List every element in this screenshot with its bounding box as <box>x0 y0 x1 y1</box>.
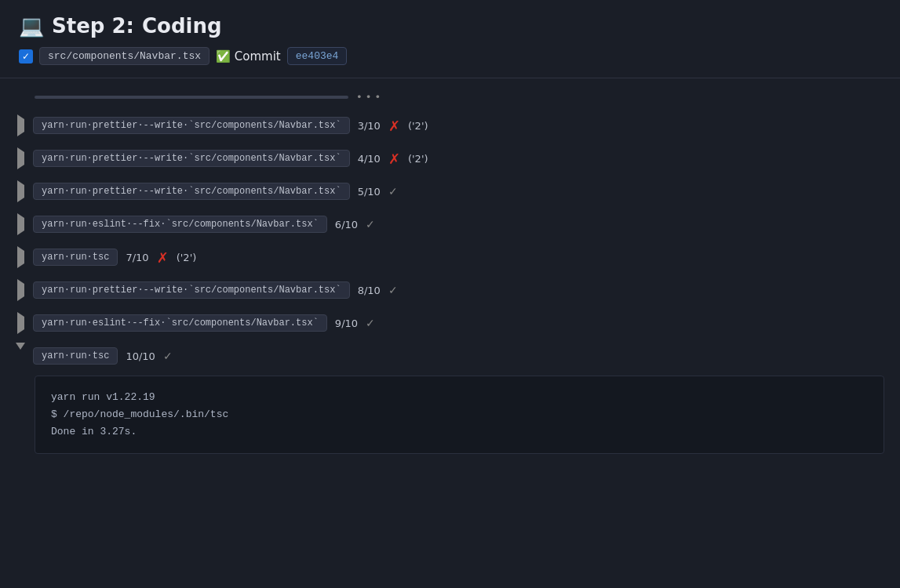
output-text: yarn run v1.22.19 $ /repo/node_modules/.… <box>51 389 868 441</box>
check-icon: ✓ <box>388 284 398 296</box>
command-badge: yarn·run·prettier·--write·`src/component… <box>33 150 350 167</box>
check-icon: ✓ <box>163 350 173 362</box>
overflow-row: • • • <box>0 85 900 109</box>
triangle-right-icon <box>17 317 24 329</box>
error-code: ('2') <box>177 252 197 263</box>
step-count: 7/10 <box>126 252 148 263</box>
title-icon: 💻 <box>19 14 44 38</box>
command-badge: yarn·run·eslint·--fix·`src/components/Na… <box>33 314 327 332</box>
commit-label: ✅ Commit <box>216 49 281 64</box>
table-row[interactable]: yarn·run·prettier·--write·`src/component… <box>0 109 900 142</box>
checkbox-icon[interactable] <box>19 49 33 64</box>
content-area: • • • yarn·run·prettier·--write·`src/com… <box>0 78 900 588</box>
step-label: Step 2: <box>52 14 134 38</box>
step-count: 4/10 <box>358 153 381 165</box>
error-icon: ✗ <box>388 118 400 134</box>
table-row[interactable]: yarn·run·tsc 7/10 ✗ ('2') <box>0 241 900 274</box>
expand-toggle[interactable] <box>16 285 25 295</box>
table-row[interactable]: yarn·run·prettier·--write·`src/component… <box>0 175 900 208</box>
table-row[interactable]: yarn·run·tsc 10/10 ✓ <box>0 339 900 372</box>
check-icon: ✓ <box>366 218 375 230</box>
page-container: 💻 Step 2: Coding src/components/Navbar.t… <box>0 0 900 588</box>
expand-toggle[interactable] <box>16 154 25 163</box>
check-icon: ✓ <box>388 185 398 198</box>
triangle-down-icon <box>16 350 25 362</box>
page-title: 💻 Step 2: Coding <box>19 14 881 38</box>
error-code: ('2') <box>408 153 428 165</box>
triangle-right-icon <box>17 119 24 132</box>
command-badge: yarn·run·prettier·--write·`src/component… <box>33 281 350 299</box>
table-row[interactable]: yarn·run·eslint·--fix·`src/components/Na… <box>0 307 900 339</box>
expanded-output-panel: yarn run v1.22.19 $ /repo/node_modules/.… <box>35 376 884 454</box>
triangle-right-icon <box>17 284 24 296</box>
table-row[interactable]: yarn·run·prettier·--write·`src/component… <box>0 142 900 175</box>
table-row[interactable]: yarn·run·eslint·--fix·`src/components/Na… <box>0 208 900 241</box>
step-count: 9/10 <box>335 318 358 329</box>
commit-hash[interactable]: ee403e4 <box>287 47 348 65</box>
overflow-dots: • • • <box>356 91 381 103</box>
step-count: 8/10 <box>358 285 381 296</box>
overflow-bar <box>35 96 348 99</box>
error-code: ('2') <box>408 120 428 132</box>
triangle-right-icon <box>17 218 24 230</box>
step-count: 3/10 <box>358 120 381 132</box>
check-icon: ✓ <box>366 317 375 329</box>
step-count: 5/10 <box>358 186 381 198</box>
expand-toggle[interactable] <box>16 187 25 196</box>
step-name: Coding <box>142 14 222 38</box>
file-badge: src/components/Navbar.tsx <box>39 47 210 65</box>
expand-toggle[interactable] <box>16 121 25 130</box>
triangle-right-icon <box>17 251 24 263</box>
expand-toggle[interactable] <box>16 252 25 262</box>
triangle-right-icon <box>17 152 24 165</box>
header: 💻 Step 2: Coding src/components/Navbar.t… <box>0 0 900 78</box>
table-row[interactable]: yarn·run·prettier·--write·`src/component… <box>0 274 900 307</box>
step-count: 6/10 <box>335 219 358 230</box>
expand-toggle[interactable] <box>16 318 25 328</box>
main-panel[interactable]: • • • yarn·run·prettier·--write·`src/com… <box>0 78 900 588</box>
expand-toggle[interactable] <box>16 351 25 361</box>
command-badge: yarn·run·prettier·--write·`src/component… <box>33 117 350 134</box>
command-badge: yarn·run·tsc <box>33 249 118 266</box>
command-badge: yarn·run·eslint·--fix·`src/components/Na… <box>33 216 327 233</box>
error-icon: ✗ <box>388 151 400 167</box>
step-count: 10/10 <box>126 350 155 362</box>
command-badge: yarn·run·prettier·--write·`src/component… <box>33 183 350 200</box>
expand-toggle[interactable] <box>16 220 25 229</box>
header-subtitle: src/components/Navbar.tsx ✅ Commit ee403… <box>19 47 881 65</box>
triangle-right-icon <box>17 185 24 198</box>
error-icon: ✗ <box>157 249 169 266</box>
command-badge: yarn·run·tsc <box>33 347 118 365</box>
